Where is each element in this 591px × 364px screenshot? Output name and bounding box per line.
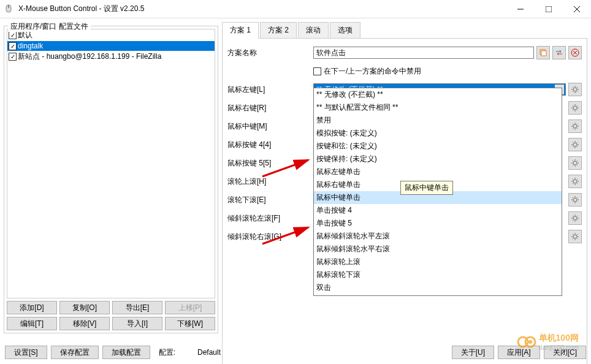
profile-action-button[interactable]: 复制[O] — [59, 301, 110, 314]
dropdown-option[interactable]: 禁用 — [314, 114, 562, 127]
svg-point-15 — [573, 161, 577, 165]
svg-point-18 — [573, 216, 577, 220]
gear-icon-button[interactable] — [568, 193, 582, 207]
profile-action-button[interactable]: 导出[E] — [112, 301, 162, 314]
profile-action-button[interactable]: 下移[W] — [165, 317, 215, 330]
profile-action-button[interactable]: 添加[D] — [7, 301, 57, 314]
checkbox-icon[interactable]: ✓ — [9, 31, 17, 39]
dropdown-option[interactable]: 按键保持: (未定义) — [314, 153, 562, 165]
dropdown-option[interactable]: 鼠标倾斜滚轮水平右滚 — [314, 243, 562, 256]
gear-icon-button[interactable] — [568, 211, 582, 225]
button-label: 滚轮上滚[H] — [227, 176, 313, 187]
app-icon — [5, 4, 15, 14]
checkbox-icon[interactable]: ✓ — [9, 53, 17, 61]
dropdown-option[interactable]: 单击按键 4 — [314, 204, 562, 217]
tooltip: 鼠标中键单击 — [400, 181, 453, 195]
gear-icon-button[interactable] — [568, 156, 582, 170]
settings-button[interactable]: 设置[S] — [5, 346, 47, 359]
svg-rect-1 — [8, 5, 9, 8]
gear-icon-button[interactable] — [568, 101, 582, 115]
scheme-name-label: 方案名称 — [227, 48, 313, 58]
svg-point-13 — [573, 124, 577, 128]
svg-point-12 — [573, 106, 577, 110]
button-label: 鼠标中键[M] — [227, 121, 313, 132]
tab[interactable]: 滚动 — [298, 22, 329, 38]
copy-icon-button[interactable] — [536, 46, 550, 59]
profile-action-button[interactable]: 编辑[T] — [7, 317, 57, 330]
profile-list[interactable]: ✓默认✓dingtalk✓新站点 - huangbo@192.168.1.199… — [7, 29, 215, 298]
dropdown-option[interactable]: ** 与默认配置文件相同 ** — [314, 101, 562, 114]
dropdown-option[interactable]: 鼠标左键单击 — [314, 165, 562, 178]
gear-icon-button[interactable] — [568, 175, 582, 188]
dropdown-option[interactable]: 单击按键 5 — [314, 217, 562, 230]
disable-checkbox[interactable]: 在下一/上一方案的命令中禁用 — [313, 66, 421, 77]
profile-item[interactable]: ✓新站点 - huangbo@192.168.1.199 - FileZilla — [7, 51, 215, 63]
svg-point-19 — [573, 235, 577, 238]
gear-icon-button[interactable] — [568, 83, 582, 96]
profile-action-button: 上移[P] — [165, 301, 215, 314]
config-label: 配置: — [159, 347, 175, 358]
svg-rect-3 — [546, 6, 552, 12]
button-label: 倾斜滚轮右滚[G] — [227, 232, 313, 242]
dropdown-option[interactable]: 按下时减慢指针速度 — [314, 294, 562, 296]
close-button[interactable] — [563, 0, 591, 18]
svg-point-11 — [573, 88, 577, 91]
gear-icon-button[interactable] — [568, 138, 582, 151]
load-config-button[interactable]: 加载配置 — [102, 346, 150, 359]
dropdown-option[interactable]: 鼠标滚轮下滚 — [314, 268, 562, 281]
svg-point-17 — [573, 198, 577, 202]
tab[interactable]: 方案 1 — [222, 22, 259, 39]
button-label: 鼠标右键[R] — [227, 103, 313, 113]
scheme-name-input[interactable] — [313, 47, 534, 59]
profile-label: dingtalk — [18, 42, 43, 50]
minimize-button[interactable] — [506, 0, 535, 18]
dropdown-option[interactable]: 鼠标滚轮上滚 — [314, 256, 562, 268]
profile-action-button[interactable]: 导入[I] — [112, 317, 162, 330]
window-title: X-Mouse Button Control - 设置 v2.20.5 — [18, 4, 506, 14]
svg-rect-7 — [541, 51, 546, 56]
checkbox-icon[interactable]: ✓ — [9, 42, 17, 50]
button-label: 倾斜滚轮左滚[F] — [227, 213, 313, 224]
dropdown-option[interactable]: 双击 — [314, 281, 562, 294]
profile-group-title: 应用程序/窗口 配置文件 — [8, 21, 91, 32]
gear-icon-button[interactable] — [568, 119, 582, 133]
swap-icon-button[interactable] — [552, 46, 566, 59]
profile-label: 新站点 - huangbo@192.168.1.199 - FileZilla — [18, 51, 161, 62]
dropdown-option[interactable]: 模拟按键: (未定义) — [314, 127, 562, 140]
dropdown-option[interactable]: 鼠标倾斜滚轮水平左滚 — [314, 230, 562, 243]
dropdown-option[interactable]: ** 无修改 (不拦截) ** — [314, 88, 562, 101]
svg-point-14 — [573, 143, 577, 146]
button-label: 鼠标按键 5[5] — [227, 158, 313, 169]
dropdown-option[interactable]: 按键和弦: (未定义) — [314, 140, 562, 153]
profile-item[interactable]: ✓dingtalk — [7, 41, 215, 51]
config-value: Default — [197, 348, 221, 357]
gear-icon-button[interactable] — [568, 230, 582, 243]
button-label: 滚轮下滚[E] — [227, 195, 313, 205]
button-label: 鼠标按键 4[4] — [227, 140, 313, 150]
save-config-button[interactable]: 保存配置 — [51, 346, 99, 359]
tab[interactable]: 方案 2 — [260, 22, 297, 38]
tab[interactable]: 选项 — [330, 22, 360, 38]
delete-icon-button[interactable] — [568, 46, 582, 59]
button-label: 鼠标左键[L] — [227, 85, 313, 95]
profile-action-button[interactable]: 移除[V] — [59, 317, 110, 330]
svg-point-16 — [573, 180, 577, 183]
maximize-button[interactable] — [535, 0, 563, 18]
